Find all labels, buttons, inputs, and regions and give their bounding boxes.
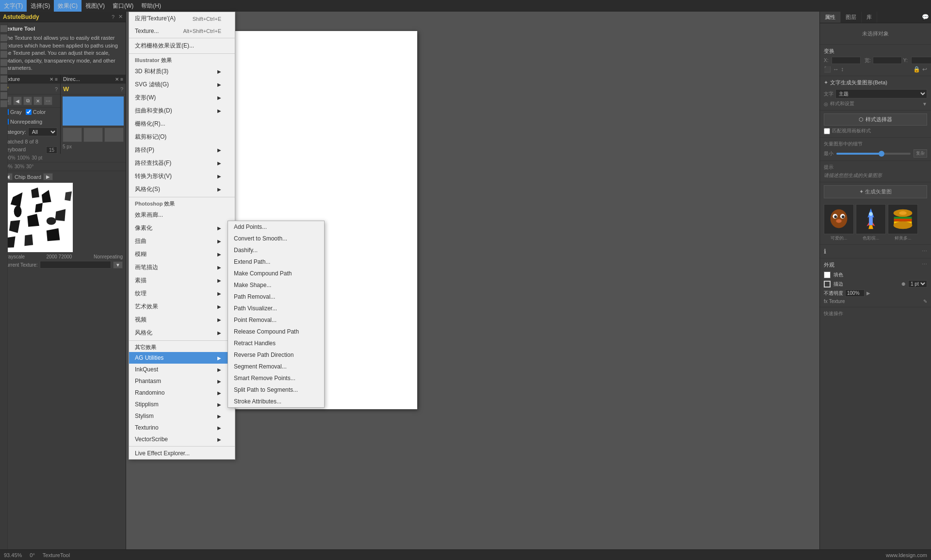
nonrepeating-checkbox-label[interactable]: Nonrepeating — [3, 119, 42, 125]
ag-release-compound-path[interactable]: Release Compound Path — [228, 326, 324, 337]
tool-icon-4[interactable] — [0, 51, 7, 58]
vector-repeat-btn[interactable]: 复杂 — [914, 149, 927, 158]
tool-icon-2[interactable] — [0, 34, 7, 41]
appearance-menu-icon[interactable]: ⋯ — [922, 261, 927, 269]
ag-path-removal[interactable]: Path Removal... — [228, 291, 324, 303]
tool-icon-3[interactable] — [0, 43, 7, 49]
texture-delete[interactable]: ✕ — [33, 96, 42, 105]
menu-stylize[interactable]: 风格化(S) ▶ — [129, 183, 235, 196]
ag-make-compound-path[interactable]: Make Compound Path — [228, 268, 324, 279]
menu-convert-shape[interactable]: 转换为形状(V) ▶ — [129, 170, 235, 183]
notification-icon[interactable]: 💬 — [920, 12, 931, 23]
vector-slider-track[interactable] — [836, 153, 911, 155]
tool-icon-8[interactable] — [0, 84, 7, 91]
info-expand[interactable]: ⋯ — [922, 248, 927, 255]
transform-icon-1[interactable]: ⬛ — [824, 66, 831, 73]
tool-icon-7[interactable] — [0, 76, 7, 82]
ag-smart-remove[interactable]: Smart Remove Points... — [228, 372, 324, 384]
menu-texture-ps[interactable]: 纹理 ▶ — [129, 287, 235, 300]
menu-pathfinder[interactable]: 路径查找器(F) ▶ — [129, 157, 235, 170]
fill-swatch[interactable] — [824, 272, 831, 278]
texture-duplicate[interactable]: ⧉ — [23, 96, 32, 105]
texture-link[interactable]: fx Texture ✎ — [824, 299, 927, 304]
tab-library[interactable]: 库 — [862, 12, 877, 23]
current-texture-btn[interactable]: ▼ — [113, 261, 123, 269]
sample-thumb-2[interactable] — [856, 204, 886, 234]
sample-thumb-1[interactable] — [824, 204, 854, 234]
tool-icon-10[interactable] — [0, 100, 7, 107]
category-select[interactable]: All — [28, 128, 57, 136]
ag-reverse-path[interactable]: Reverse Path Direction — [228, 349, 324, 361]
astute-help-icon[interactable]: ? — [112, 14, 114, 20]
menu-live-effect-explorer[interactable]: Live Effect Explorer... — [129, 448, 235, 459]
opacity-input[interactable] — [845, 289, 865, 297]
menu-artistic[interactable]: 艺术效果 ▶ — [129, 300, 235, 313]
menu-texture[interactable]: Texture... Alt+Shift+Ctrl+E — [129, 25, 235, 37]
tool-icon-9[interactable] — [0, 92, 7, 99]
menu-file[interactable]: 文字(T) — [0, 0, 27, 12]
texture-nav-prev[interactable]: ◀ — [13, 96, 22, 105]
theme-select[interactable]: 主题 — [835, 89, 927, 98]
menu-effect[interactable]: 效果(C) — [54, 0, 82, 12]
menu-distort-ps[interactable]: 扭曲 ▶ — [129, 235, 235, 248]
menu-apply-texture[interactable]: 应用'Texture'(A) Shift+Ctrl+E — [129, 12, 235, 25]
ag-convert-smooth[interactable]: Convert to Smooth... — [228, 233, 324, 244]
tool-icon-5[interactable] — [0, 59, 7, 66]
tab-layers[interactable]: 图层 — [841, 12, 862, 23]
direct-panel-menu[interactable]: ≡ — [120, 77, 123, 82]
info-icon[interactable]: ℹ — [824, 248, 826, 255]
stroke-weight-select[interactable]: 1 pt — [908, 280, 927, 288]
direct-help-btn[interactable]: ? — [120, 86, 123, 92]
menu-window[interactable]: 窗口(W) — [109, 0, 137, 12]
opacity-expand-icon[interactable]: ▶ — [866, 290, 870, 296]
ag-path-visualizer[interactable]: Path Visualizer... — [228, 303, 324, 314]
current-texture-input[interactable] — [40, 261, 112, 269]
vector-slider-thumb[interactable] — [879, 151, 884, 157]
menu-texturino[interactable]: Texturino ▶ — [129, 422, 235, 433]
tab-properties[interactable]: 属性 — [820, 12, 841, 23]
menu-stylism[interactable]: Stylism ▶ — [129, 410, 235, 422]
ag-make-shape[interactable]: Make Shape... — [228, 279, 324, 291]
ag-retract-handles[interactable]: Retract Handles — [228, 337, 324, 349]
color-checkbox[interactable] — [26, 109, 32, 115]
tool-icon-1[interactable] — [0, 25, 7, 32]
ag-point-removal[interactable]: Point Removal... — [228, 314, 324, 326]
menu-effect-gallery[interactable]: 效果画廊... — [129, 208, 235, 222]
transform-icon-2[interactable]: ↔ — [833, 66, 839, 73]
menu-phantasm[interactable]: Phantasm ▶ — [129, 375, 235, 387]
astute-close-icon[interactable]: ✕ — [118, 14, 123, 20]
ag-extend-path[interactable]: Extend Path... — [228, 256, 324, 268]
menu-video[interactable]: 视频 ▶ — [129, 313, 235, 326]
menu-path[interactable]: 路径(P) ▶ — [129, 144, 235, 157]
menu-rasterize[interactable]: 栅格化(R)... — [129, 117, 235, 130]
menu-warp[interactable]: 变形(W) ▶ — [129, 91, 235, 104]
menu-doc-raster[interactable]: 文档栅格效果设置(E)... — [129, 39, 235, 52]
menu-distort[interactable]: 扭曲和变换(D) ▶ — [129, 104, 235, 117]
menu-vectorscribe[interactable]: VectorScribe ▶ — [129, 433, 235, 445]
menu-crop-marks[interactable]: 裁剪标记(O) — [129, 130, 235, 144]
color-checkbox-label[interactable]: Color — [26, 109, 46, 115]
menu-view[interactable]: 视图(V) — [82, 0, 109, 12]
match-template-checkbox[interactable] — [824, 128, 830, 134]
texture-panel-close[interactable]: ✕ — [49, 77, 53, 82]
y-input[interactable] — [911, 57, 931, 64]
ag-stroke-attributes[interactable]: Stroke Attributes... — [228, 396, 324, 407]
menu-stipplism[interactable]: Stipplism ▶ — [129, 399, 235, 410]
menu-sketch[interactable]: 素描 ▶ — [129, 274, 235, 287]
menu-ag-utilities[interactable]: AG Utilities ▶ — [129, 352, 235, 364]
transform-lock-icon[interactable]: 🔒 — [913, 66, 920, 73]
menu-blur[interactable]: 模糊 ▶ — [129, 248, 235, 261]
texture-more[interactable]: ⋯ — [44, 96, 52, 105]
transform-icon-3[interactable]: ↕ — [841, 66, 844, 73]
x-input[interactable] — [832, 57, 861, 64]
tool-icon-6[interactable] — [0, 67, 7, 74]
ag-dashify[interactable]: Dashify... — [228, 244, 324, 256]
menu-select[interactable]: 选择(S) — [27, 0, 54, 12]
ag-split-path[interactable]: Split Path to Segments... — [228, 384, 324, 396]
menu-pixelate[interactable]: 像素化 ▶ — [129, 222, 235, 235]
menu-brush-strokes[interactable]: 画笔描边 ▶ — [129, 261, 235, 274]
sample-thumb-3[interactable] — [888, 204, 918, 234]
direct-panel-close[interactable]: ✕ — [115, 77, 119, 82]
stroke-swatch[interactable] — [824, 281, 831, 288]
menu-randomino[interactable]: Randomino ▶ — [129, 387, 235, 399]
